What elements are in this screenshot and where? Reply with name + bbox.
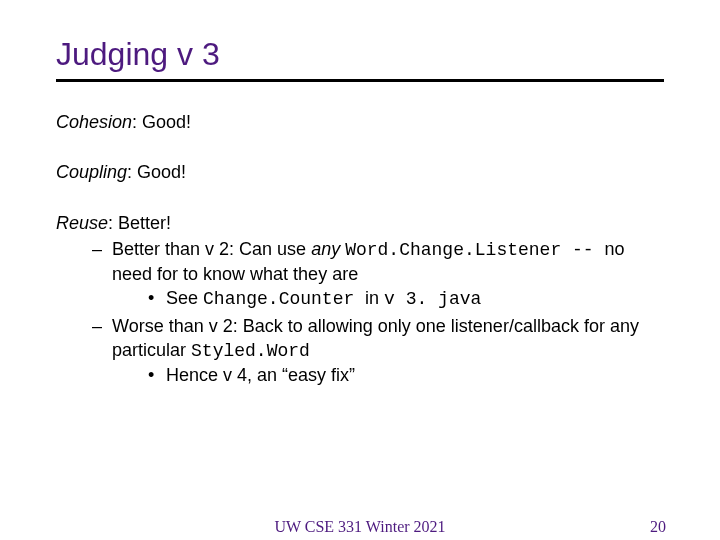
b1-sub: See Change.Counter in v 3. java (148, 286, 664, 311)
coupling-value: : Good! (127, 162, 186, 182)
reuse-value: : Better! (108, 213, 171, 233)
b2-code: Styled.Word (191, 341, 310, 361)
coupling-label: Coupling (56, 162, 127, 182)
b2-sublist: Hence v 4, an “easy fix” (112, 363, 664, 387)
b1-dash: -- (572, 240, 604, 260)
reuse-block: Reuse: Better! Better than v 2: Can use … (56, 211, 664, 388)
b1s-a: See (166, 288, 203, 308)
reuse-bullet-1: Better than v 2: Can use any Word.Change… (92, 237, 664, 312)
page-number: 20 (650, 518, 666, 536)
reuse-label: Reuse (56, 213, 108, 233)
b1s-code1: Change.Counter (203, 289, 365, 309)
cohesion-line: Cohesion: Good! (56, 110, 664, 134)
footer-center: UW CSE 331 Winter 2021 (274, 518, 445, 536)
cohesion-label: Cohesion (56, 112, 132, 132)
reuse-bullet-2: Worse than v 2: Back to allowing only on… (92, 314, 664, 388)
title-rule (56, 79, 664, 82)
b1s-code2: v 3. java (384, 289, 481, 309)
b1-sublist: See Change.Counter in v 3. java (112, 286, 664, 311)
b1-code: Word.Change.Listener (345, 240, 572, 260)
b1-any: any (311, 239, 345, 259)
coupling-line: Coupling: Good! (56, 160, 664, 184)
page-title: Judging v 3 (56, 36, 664, 73)
b1-text-a: Better than v 2: Can use (112, 239, 311, 259)
cohesion-value: : Good! (132, 112, 191, 132)
b1s-mid: in (365, 288, 384, 308)
slide: Judging v 3 Cohesion: Good! Coupling: Go… (0, 0, 720, 540)
b2-sub: Hence v 4, an “easy fix” (148, 363, 664, 387)
reuse-list: Better than v 2: Can use any Word.Change… (56, 237, 664, 388)
